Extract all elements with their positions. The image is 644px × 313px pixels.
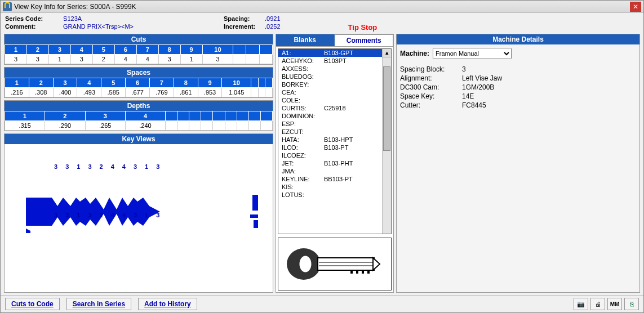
blank-value: B103-GPT <box>324 50 353 56</box>
cut-label: 4 <box>111 163 114 170</box>
col-header: 9 <box>180 45 202 55</box>
blank-row[interactable]: JMA: <box>278 167 382 175</box>
cut-label: 3 <box>134 163 137 170</box>
cell <box>251 88 258 97</box>
app-icon <box>3 2 12 11</box>
cut-label: 3 <box>65 212 69 218</box>
cell: 3 <box>5 55 27 64</box>
spaces-section: Spaces 12345678910.216.308.400.493.585.6… <box>4 67 273 98</box>
blank-key: EZCUT: <box>282 128 324 135</box>
cut-label: 3 <box>156 212 159 218</box>
blank-row[interactable]: CEA: <box>278 88 382 96</box>
cell: 1 <box>180 55 202 64</box>
tab-blanks[interactable]: Blanks <box>276 34 335 46</box>
col-header: 4 <box>70 45 92 55</box>
cut-label: 4 <box>122 163 126 170</box>
cut-label: 1 <box>77 212 80 218</box>
cut-label: 2 <box>100 212 103 218</box>
exit-icon-button[interactable]: ⎘ <box>624 298 639 310</box>
increment-value: .0252 <box>265 23 281 30</box>
search-in-series-button[interactable]: Search in Series <box>66 298 131 310</box>
blank-row[interactable]: EZCUT: <box>278 128 382 136</box>
cut-label: 3 <box>134 212 137 218</box>
col-header: 5 <box>101 78 126 88</box>
col-header <box>233 45 246 55</box>
camera-icon-button[interactable]: 📷 <box>574 298 588 310</box>
blank-value: BB103-PT <box>324 176 353 182</box>
blanks-list[interactable]: A1:B103-GPTACEHYKO:B103PTAXXESS:BLUEDOG:… <box>278 49 382 234</box>
scrollbar-thumb[interactable] <box>383 66 390 151</box>
blank-row[interactable]: DOMINION: <box>278 112 382 120</box>
blank-key: LOTUS: <box>282 191 324 198</box>
col-header <box>189 111 201 121</box>
cell <box>225 121 237 131</box>
blank-row[interactable]: AXXESS: <box>278 65 382 73</box>
blanks-panel: Blanks Comments A1:B103-GPTACEHYKO:B103P… <box>276 34 394 293</box>
col-header <box>177 111 189 121</box>
blank-key: DOMINION: <box>282 113 324 119</box>
spaces-table: 12345678910.216.308.400.493.585.677.769.… <box>5 78 273 97</box>
blanks-scrollbar[interactable]: ▴ <box>382 49 391 234</box>
cut-label: 2 <box>100 163 103 170</box>
cuts-table: 123456789103313244313 <box>5 44 273 64</box>
cell <box>248 121 260 131</box>
svg-rect-1 <box>252 195 258 211</box>
blank-row[interactable]: BORKEY: <box>278 81 382 88</box>
blank-row[interactable]: COLE: <box>278 96 382 104</box>
col-header: 3 <box>48 45 70 55</box>
scroll-up-icon[interactable]: ▴ <box>383 49 391 57</box>
keyviews-section: Key Views 3313244313 3313244313 <box>4 133 273 293</box>
close-button[interactable]: ✕ <box>630 2 641 12</box>
print-icon-button[interactable]: 🖨 <box>590 298 605 310</box>
col-header <box>251 78 258 88</box>
blank-row[interactable]: ESP: <box>278 120 382 128</box>
blank-row[interactable]: BLUEDOG: <box>278 73 382 81</box>
blank-row[interactable]: CURTIS:C25918 <box>278 104 382 112</box>
cell: .265 <box>85 121 125 131</box>
col-header: 3 <box>85 111 125 121</box>
cut-label: 1 <box>145 163 148 170</box>
col-header: 2 <box>45 111 85 121</box>
blank-row[interactable]: ILCO:B103-PT <box>278 144 382 151</box>
cut-label: 3 <box>54 212 57 218</box>
key-image <box>278 238 392 290</box>
col-header: 1 <box>5 111 45 121</box>
detail-value: 3 <box>462 65 466 73</box>
blank-row[interactable]: A1:B103-GPT <box>278 49 382 57</box>
col-header: 10 <box>222 78 251 88</box>
depths-table: 1234.315.290.265.240 <box>5 111 273 131</box>
blank-row[interactable]: KIS: <box>278 183 382 191</box>
add-to-history-button[interactable]: Add to History <box>138 298 197 310</box>
cell <box>237 121 248 131</box>
detail-key: Spacing Block: <box>400 65 462 73</box>
svg-rect-6 <box>318 258 374 270</box>
col-header: 10 <box>202 45 233 55</box>
tab-comments[interactable]: Comments <box>335 34 394 46</box>
blank-row[interactable]: JET:B103-PHT <box>278 159 382 167</box>
svg-rect-2 <box>250 214 258 218</box>
col-header <box>237 111 248 121</box>
col-header: 7 <box>136 45 158 55</box>
blank-row[interactable]: KEYLINE:BB103-PT <box>278 175 382 183</box>
blank-key: HATA: <box>282 136 324 143</box>
cut-label: 4 <box>122 212 126 218</box>
cell: .493 <box>77 88 101 97</box>
col-header: 1 <box>5 78 29 88</box>
detail-value: Left Vise Jaw <box>462 74 502 82</box>
cell <box>259 55 272 64</box>
cell: .585 <box>101 88 126 97</box>
blank-row[interactable]: ACEHYKO:B103PT <box>278 57 382 65</box>
detail-row: Spacing Block:3 <box>400 65 636 74</box>
machine-select[interactable]: Framon Manual <box>433 48 512 59</box>
col-header: 6 <box>126 78 150 88</box>
depths-section: Depths 1234.315.290.265.240 <box>4 100 273 131</box>
cell: .400 <box>53 88 77 97</box>
blank-row[interactable]: LOTUS: <box>278 191 382 199</box>
detail-row: DC300 Cam:1GM/200B <box>400 83 636 92</box>
mm-button[interactable]: MM <box>607 298 622 310</box>
svg-rect-12 <box>362 270 364 274</box>
window-title: View Key Info for Series: S000A - S999K <box>14 3 630 11</box>
blank-row[interactable]: HATA:B103-HPT <box>278 136 382 144</box>
cuts-to-code-button[interactable]: Cuts to Code <box>5 298 60 310</box>
blank-row[interactable]: ILCOEZ: <box>278 151 382 159</box>
